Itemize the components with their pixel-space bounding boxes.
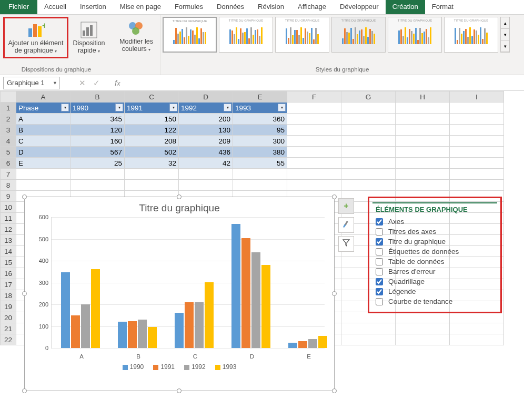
filter-icon[interactable]: ▾ [115,104,123,111]
chart-element-option[interactable]: Titres des axes [372,227,497,237]
chart-element-option[interactable]: Table de données [372,257,497,267]
legend-item-1990[interactable]: 1990 [123,363,144,371]
cell-B5[interactable]: 567 [70,147,125,158]
cell-G3[interactable] [341,125,396,136]
row-head-5[interactable]: 5 [1,147,16,158]
plot-area[interactable]: 0100200300400500600ABCDE [51,217,325,349]
bar-C-1993[interactable] [205,282,214,348]
chart-style-2[interactable]: TITRE DU GRAPHIQUE [219,17,273,53]
cell-D7[interactable] [179,169,233,180]
chart-style-5[interactable]: TITRE DU GRAPHIQUE [388,17,442,53]
cell-B7[interactable] [70,169,125,180]
row-head-1[interactable]: 1 [1,103,16,114]
cell-I8[interactable] [450,180,504,191]
bar-B-1990[interactable] [118,322,127,348]
tab-mise-en-page[interactable]: Mise en page [113,0,168,14]
bar-B-1992[interactable] [138,320,147,348]
bar-B-1991[interactable] [128,321,137,348]
add-chart-element-button[interactable]: + Ajouter un élément de graphique ▾ [3,17,68,58]
legend-item-1993[interactable]: 1993 [215,363,237,371]
cell-I4[interactable] [450,136,504,147]
cell-B4[interactable]: 160 [70,136,125,147]
quick-layout-button[interactable]: Disposition rapide ▾ [68,17,109,58]
legend-item-1992[interactable]: 1992 [184,363,206,371]
col-head-I[interactable]: I [450,91,504,103]
bar-D-1992[interactable] [251,252,260,348]
bar-A-1990[interactable] [61,272,70,348]
change-colors-button[interactable]: Modifier les couleurs ▾ [116,17,157,55]
filter-icon[interactable]: ▾ [169,104,177,111]
row-head-3[interactable]: 3 [1,125,16,136]
tab-file[interactable]: Fichier [0,0,37,14]
cell-E1[interactable]: 1993▾ [233,103,287,114]
chart-element-checkbox[interactable] [376,298,383,305]
chart-element-option[interactable]: Barres d'erreur [372,267,497,276]
filter-icon[interactable]: ▾ [224,104,231,111]
bar-C-1991[interactable] [185,302,194,348]
cell-F2[interactable] [287,114,341,125]
chart-filter-button[interactable] [338,236,354,252]
col-head-G[interactable]: G [341,91,396,103]
cell-H21[interactable] [396,323,450,334]
bar-A-1991[interactable] [71,315,80,349]
cell-H4[interactable] [396,136,450,147]
cell-F3[interactable] [287,125,341,136]
row-head-22[interactable]: 22 [1,334,16,345]
cell-E6[interactable]: 55 [233,158,287,169]
cell-B2[interactable]: 345 [70,114,125,125]
filter-icon[interactable]: ▾ [278,104,286,111]
cell-F5[interactable] [287,147,341,158]
legend-item-1991[interactable]: 1991 [153,363,175,371]
chart-title[interactable]: Titre du graphique [25,197,334,217]
tab-formules[interactable]: Formules [168,0,210,14]
bar-E-1990[interactable] [288,343,297,348]
row-head-4[interactable]: 4 [1,136,16,147]
tab-accueil[interactable]: Accueil [37,0,73,14]
cell-I5[interactable] [450,147,504,158]
cell-H22[interactable] [396,334,450,345]
bar-D-1990[interactable] [231,224,240,348]
cell-G8[interactable] [341,180,396,191]
row-head-12[interactable]: 12 [1,224,16,235]
bar-C-1990[interactable] [175,313,184,348]
bar-E-1991[interactable] [298,341,307,348]
cell-C1[interactable]: 1991▾ [125,103,179,114]
cell-C5[interactable]: 502 [125,147,179,158]
chart-elements-button[interactable]: + [338,198,354,214]
cell-B3[interactable]: 120 [70,125,125,136]
chart-style-1[interactable]: TITRE DU GRAPHIQUE [163,17,217,53]
confirm-formula-icon[interactable]: ✓ [93,78,100,88]
chart-element-option[interactable]: Étiquettes de données [372,247,497,257]
cell-I6[interactable] [450,158,504,169]
bar-D-1993[interactable] [261,265,270,348]
tab-création[interactable]: Création [386,0,425,14]
cell-I2[interactable] [450,114,504,125]
cell-H3[interactable] [396,125,450,136]
chart-element-option[interactable]: Titre du graphique [372,237,497,247]
cell-H7[interactable] [396,169,450,180]
chart-element-option[interactable]: Axes [372,217,497,227]
row-head-9[interactable]: 9 [1,191,16,202]
cell-E7[interactable] [233,169,287,180]
chart-style-4[interactable]: TITRE DU GRAPHIQUE [331,17,386,53]
chart-element-option[interactable]: Courbe de tendance [372,296,497,306]
row-head-8[interactable]: 8 [1,180,16,191]
cell-D8[interactable] [179,180,233,191]
row-head-10[interactable]: 10 [1,202,16,213]
cell-I20[interactable] [450,312,504,323]
chart-element-checkbox[interactable] [376,228,383,235]
chart-element-checkbox[interactable] [376,248,383,255]
chart-object[interactable]: Titre du graphique 0100200300400500600AB… [24,197,335,391]
worksheet[interactable]: ABCDEFGHI1Phase▾1990▾1991▾1992▾1993▾2A34… [0,91,524,345]
col-head-A[interactable]: A [16,91,70,103]
tab-révision[interactable]: Révision [251,0,291,14]
cell-D3[interactable]: 130 [179,125,233,136]
chart-element-checkbox[interactable] [376,258,383,265]
cell-C2[interactable]: 150 [125,114,179,125]
chart-element-checkbox[interactable] [376,218,383,226]
col-head-H[interactable]: H [396,91,450,103]
chart-styles-button[interactable] [338,217,354,233]
bar-A-1993[interactable] [91,269,100,348]
cell-F6[interactable] [287,158,341,169]
row-head-21[interactable]: 21 [1,323,16,334]
